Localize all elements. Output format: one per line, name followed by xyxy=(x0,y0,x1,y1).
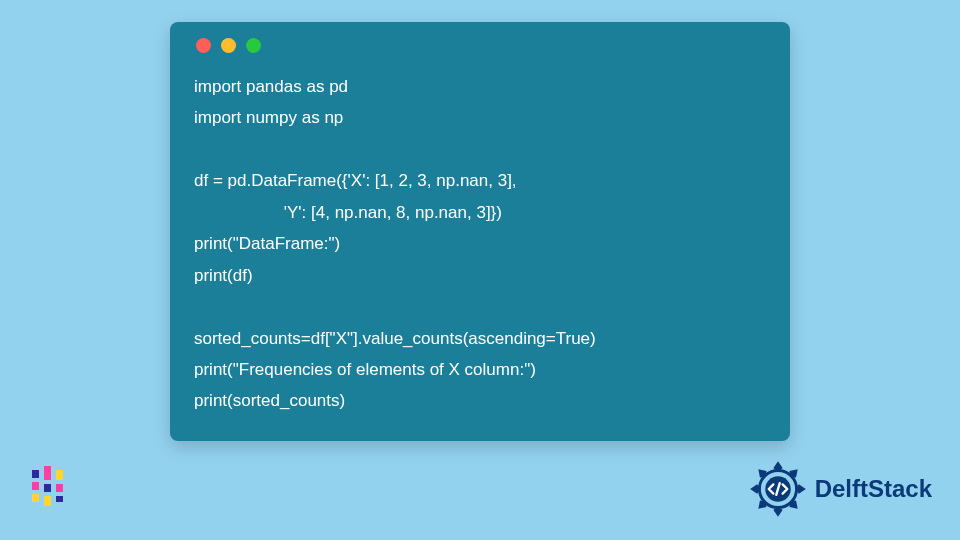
brand-badge-icon xyxy=(749,460,807,518)
svg-rect-8 xyxy=(56,496,63,502)
code-line: print("Frequencies of elements of X colu… xyxy=(194,360,536,379)
code-line: sorted_counts=df["X"].value_counts(ascen… xyxy=(194,329,596,348)
code-line: import pandas as pd xyxy=(194,77,348,96)
svg-rect-4 xyxy=(44,484,51,492)
svg-rect-7 xyxy=(56,484,63,492)
code-line: print("DataFrame:") xyxy=(194,234,340,253)
svg-rect-2 xyxy=(32,494,39,502)
close-icon xyxy=(196,38,211,53)
svg-rect-1 xyxy=(32,482,39,490)
brand-name: DelftStack xyxy=(815,475,932,503)
window-controls xyxy=(196,38,766,53)
minimize-icon xyxy=(221,38,236,53)
code-line: 'Y': [4, np.nan, 8, np.nan, 3]}) xyxy=(194,203,502,222)
code-line: print(sorted_counts) xyxy=(194,391,345,410)
maximize-icon xyxy=(246,38,261,53)
code-line: print(df) xyxy=(194,266,253,285)
brand-logo: DelftStack xyxy=(749,460,932,518)
svg-rect-5 xyxy=(44,496,51,506)
code-block: import pandas as pd import numpy as np d… xyxy=(194,71,766,417)
code-line: df = pd.DataFrame({'X': [1, 2, 3, np.nan… xyxy=(194,171,517,190)
svg-rect-3 xyxy=(44,466,51,480)
code-line: import numpy as np xyxy=(194,108,343,127)
svg-rect-6 xyxy=(56,470,63,480)
svg-rect-0 xyxy=(32,470,39,478)
site-logo-icon xyxy=(28,464,72,512)
code-window: import pandas as pd import numpy as np d… xyxy=(170,22,790,441)
